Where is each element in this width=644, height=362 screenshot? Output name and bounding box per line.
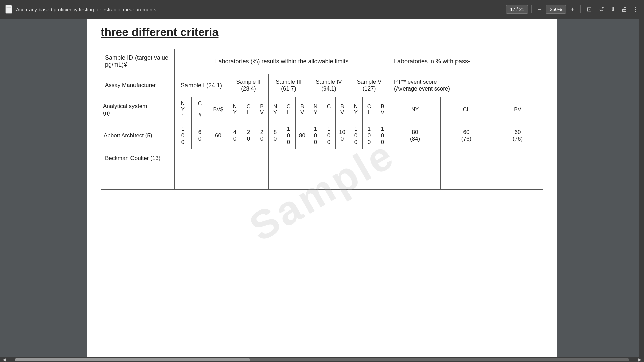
sample-v-header: Sample V (127): [349, 74, 389, 97]
abbott-last-bv: 60 (76): [492, 122, 543, 149]
scrollbar-track: [15, 358, 629, 361]
analytical-bv-iii: B V: [296, 97, 309, 122]
table-analytical-row: Analytical system (n) N Y * C L # BV$ N …: [101, 97, 543, 122]
scrollbar-right-arrow[interactable]: ▶: [636, 357, 644, 362]
divider: [531, 5, 532, 13]
abbott-cl-iv: 1 0 0: [322, 122, 336, 149]
analytical-cl-iii: C L: [282, 97, 296, 122]
menu-button[interactable]: ☰: [5, 5, 12, 14]
abbott-bv-iii: 80: [296, 122, 309, 149]
divider2: [580, 5, 581, 13]
document-page: three different criteria Sample Sample I…: [87, 19, 557, 362]
more-options-button[interactable]: ⋮: [633, 6, 639, 13]
scrollbar-left-arrow[interactable]: ◀: [0, 357, 8, 362]
main-table: Sample ID (target value pg/mL)¥ Laborato…: [101, 49, 543, 190]
analytical-col-ny: NY: [389, 97, 441, 122]
table-subheader-row: Assay Manufacturer Sample I (24.1) Sampl…: [101, 74, 543, 97]
right-panel: [639, 19, 644, 362]
download-button[interactable]: ⬇: [611, 6, 616, 13]
analytical-bv-v: B V: [376, 97, 389, 122]
analytical-bv-ii: B V: [255, 97, 269, 122]
analytical-ny-iv: N Y: [309, 97, 322, 122]
abbott-ny-ii: 4 0: [228, 122, 242, 149]
page-indicator[interactable]: 17 / 21: [506, 5, 528, 14]
rotate-button[interactable]: ↺: [596, 4, 607, 14]
abbott-bv-ii: 2 0: [255, 122, 269, 149]
page-heading: three different criteria: [101, 25, 543, 39]
scrollbar-thumb[interactable]: [15, 358, 250, 361]
scrollbar[interactable]: ◀ ▶: [0, 357, 644, 362]
abbott-last-cl: 60 (76): [440, 122, 492, 149]
analytical-ny-v: N Y: [349, 97, 363, 122]
abbott-bv-v: 1 0 0: [376, 122, 389, 149]
sample-iii-header: Sample III (61.7): [269, 74, 309, 97]
abbott-ny-iii: 8 0: [269, 122, 282, 149]
analytical-cl-iv: C L: [322, 97, 336, 122]
analytical-col-cl: CL: [440, 97, 492, 122]
abbott-cl-i: 6 0: [192, 122, 208, 149]
analytical-ny-iii: N Y: [269, 97, 282, 122]
beckman-label: Beckman Coulter (13): [101, 149, 175, 190]
sample-ii-header: Sample II (28.4): [228, 74, 269, 97]
zoom-level: 250%: [546, 5, 566, 14]
analytical-cl-ii: C L: [242, 97, 255, 122]
analytical-ny-ii: N Y: [228, 97, 242, 122]
table-row-beckman: Beckman Coulter (13): [101, 149, 543, 190]
toolbar-title: Accuracy-based proficiency testing for e…: [16, 7, 502, 12]
pt-event-header: PT** event score (Average event score): [389, 74, 543, 97]
zoom-out-button[interactable]: −: [535, 5, 544, 14]
analytical-cl-v: C L: [363, 97, 376, 122]
abbott-last-ny: 80 (84): [389, 122, 441, 149]
toolbar-right-icons: ⬇ 🖨 ⋮: [611, 6, 639, 13]
analytical-bv-i: BV$: [208, 97, 228, 122]
sample-iv-header: Sample IV (94.1): [309, 74, 349, 97]
analytical-cl-i: C L #: [192, 97, 208, 122]
abbott-cl-v: 1 0 0: [363, 122, 376, 149]
page-control: 17 / 21 − 250% + ⊡ ↺: [506, 4, 607, 14]
abbott-label: Abbott Architect (5): [101, 122, 175, 149]
analytical-ny-i: N Y *: [175, 97, 192, 122]
abbott-ny-i: 1 0 0: [175, 122, 192, 149]
fit-page-button[interactable]: ⊡: [584, 4, 594, 14]
abbott-ny-v: 1 0 0: [349, 122, 363, 149]
toolbar: ☰ Accuracy-based proficiency testing for…: [0, 0, 644, 19]
document-area: three different criteria Sample Sample I…: [0, 19, 644, 362]
table-header-row-1: Sample ID (target value pg/mL)¥ Laborato…: [101, 49, 543, 74]
abbott-bv-i: 60: [208, 122, 228, 149]
abbott-cl-iii: 1 0 0: [282, 122, 296, 149]
analytical-system-label: Analytical system (n): [101, 97, 175, 122]
analytical-bv-iv: B V: [336, 97, 349, 122]
print-button[interactable]: 🖨: [621, 6, 627, 13]
sample-i-header: Sample I (24.1): [175, 74, 228, 97]
analytical-col-bv: BV: [492, 97, 543, 122]
col1-header: Sample ID (target value pg/mL)¥: [101, 49, 175, 74]
abbott-ny-iv: 1 0 0: [309, 122, 322, 149]
assay-manufacturer-header: Assay Manufacturer: [101, 74, 175, 97]
zoom-in-button[interactable]: +: [568, 5, 577, 14]
col2-header: Laboratories (%) results within the allo…: [175, 49, 389, 74]
abbott-bv-iv: 10 0: [336, 122, 349, 149]
abbott-cl-ii: 2 0: [242, 122, 255, 149]
table-row-abbott: Abbott Architect (5) 1 0 0 6 0 60 4 0 2 …: [101, 122, 543, 149]
col3-header: Laboratories in % with pass-: [389, 49, 543, 74]
